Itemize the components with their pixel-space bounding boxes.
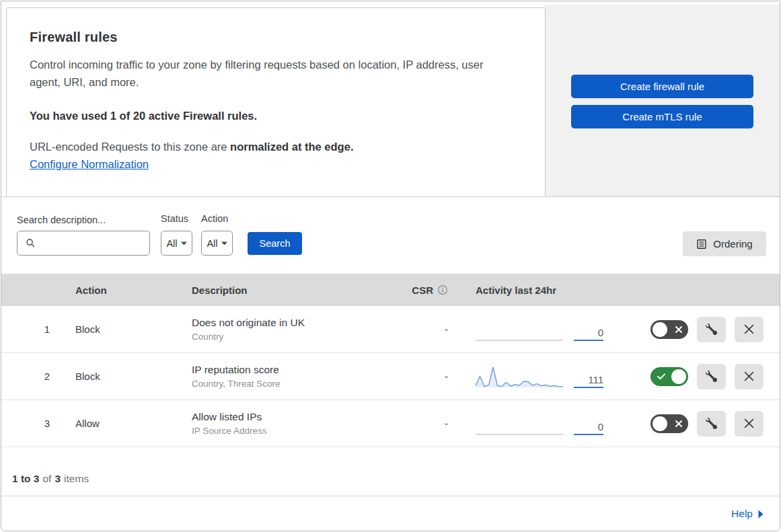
status-label: Status (161, 213, 188, 224)
wrench-icon (706, 371, 717, 382)
arrow-right-icon (758, 510, 764, 519)
help-label: Help (731, 508, 753, 520)
create-mtls-rule-button[interactable]: Create mTLS rule (571, 105, 753, 128)
normalization-bold-text: normalized at the edge. (230, 141, 353, 153)
create-firewall-rule-button[interactable]: Create firewall rule (571, 75, 753, 98)
x-icon (744, 371, 754, 381)
toggle-knob (653, 416, 667, 431)
search-label: Search description... (17, 215, 106, 225)
info-icon[interactable] (437, 284, 448, 295)
x-icon (744, 324, 754, 334)
check-icon (657, 373, 665, 380)
ordering-button[interactable]: Ordering (683, 231, 766, 256)
ordering-button-label: Ordering (713, 238, 752, 250)
activity-sparkline (476, 317, 563, 342)
rule-enabled-toggle[interactable] (650, 320, 688, 339)
action-label: Action (201, 213, 228, 224)
rule-row: 2BlockIP reputation scoreCountry, Threat… (1, 353, 780, 400)
rule-action: Block (61, 324, 177, 335)
normalization-text: URL-encoded Requests to this zone are (30, 141, 230, 153)
items-text: items (64, 473, 89, 485)
action-dropdown-value: All (207, 238, 217, 249)
status-dropdown-value: All (166, 238, 177, 249)
edit-rule-button[interactable] (697, 317, 726, 342)
rule-csr-value: - (392, 324, 449, 335)
activity-sparkline (476, 364, 563, 389)
search-button[interactable]: Search (248, 232, 302, 255)
column-csr: CSR (412, 284, 433, 296)
column-description: Description (177, 284, 392, 296)
rule-row: 1BlockDoes not originate in UKCountry-0 (1, 306, 780, 353)
of-text: of (42, 473, 51, 485)
normalization-notice: URL-encoded Requests to this zone are no… (30, 141, 522, 153)
table-header: Action Description CSR Activity last 24h… (1, 274, 780, 306)
activity-count-link[interactable]: 0 (574, 327, 603, 341)
column-action: Action (61, 284, 177, 296)
rule-csr-value: - (392, 371, 449, 382)
rule-enabled-toggle[interactable] (650, 367, 688, 386)
toggle-knob (671, 369, 686, 384)
actions-panel: Create firewall rule Create mTLS rule (545, 5, 780, 196)
rule-fields: Country (192, 332, 392, 342)
firewall-info-card: Firewall rules Control incoming traffic … (6, 7, 546, 196)
action-dropdown[interactable]: All (201, 231, 233, 256)
edit-rule-button[interactable] (697, 364, 726, 389)
configure-normalization-link[interactable]: Configure Normalization (30, 158, 149, 171)
usage-notice: You have used 1 of 20 active Firewall ru… (30, 110, 522, 122)
page-description: Control incoming traffic to your zone by… (30, 56, 514, 91)
activity-sparkline (476, 411, 563, 436)
column-activity: Activity last 24hr (449, 284, 618, 296)
rule-priority: 1 (1, 324, 61, 335)
firewall-rules-page: Create firewall rule Create mTLS rule Fi… (1, 1, 780, 531)
filters-bar: Search description... Status Action All … (1, 197, 780, 274)
delete-rule-button[interactable] (735, 317, 764, 342)
rules-table-body: 1BlockDoes not originate in UKCountry-02… (1, 306, 780, 447)
items-range: 1 to 3 (12, 473, 39, 484)
rule-description: Does not originate in UK (192, 317, 392, 329)
edit-rule-button[interactable] (697, 411, 726, 436)
chevron-down-icon (181, 241, 187, 245)
rule-action: Block (61, 371, 177, 382)
wrench-icon (706, 418, 717, 429)
activity-count-link[interactable]: 0 (574, 421, 603, 435)
ordering-list-icon (696, 239, 707, 250)
chevron-down-icon (221, 241, 227, 245)
toggle-knob (653, 322, 667, 337)
status-dropdown[interactable]: All (161, 231, 192, 256)
search-input[interactable] (17, 231, 150, 256)
rule-enabled-toggle[interactable] (650, 414, 688, 433)
rule-csr-value: - (392, 418, 449, 429)
rule-priority: 3 (1, 418, 61, 429)
help-link[interactable]: Help (731, 508, 764, 520)
page-title: Firewall rules (30, 30, 522, 45)
pagination-summary: 1 to 3 of 3 items (1, 447, 780, 496)
help-bar: Help (1, 496, 780, 531)
wrench-icon (706, 324, 717, 335)
rule-description: IP reputation score (192, 364, 392, 376)
rule-priority: 2 (1, 371, 61, 382)
rule-fields: Country, Threat Score (192, 379, 392, 389)
rule-row: 3AllowAllow listed IPsIP Source Address-… (1, 400, 780, 447)
delete-rule-button[interactable] (735, 364, 764, 389)
x-icon (744, 418, 754, 428)
rule-description: Allow listed IPs (192, 411, 392, 423)
activity-count-link[interactable]: 111 (574, 374, 603, 388)
x-icon (675, 326, 682, 333)
search-icon (26, 238, 36, 248)
overview-section: Create firewall rule Create mTLS rule Fi… (1, 1, 780, 197)
delete-rule-button[interactable] (735, 411, 764, 436)
rule-fields: IP Source Address (192, 426, 392, 436)
x-icon (675, 420, 682, 427)
items-total: 3 (54, 473, 61, 484)
rule-action: Allow (61, 418, 177, 429)
